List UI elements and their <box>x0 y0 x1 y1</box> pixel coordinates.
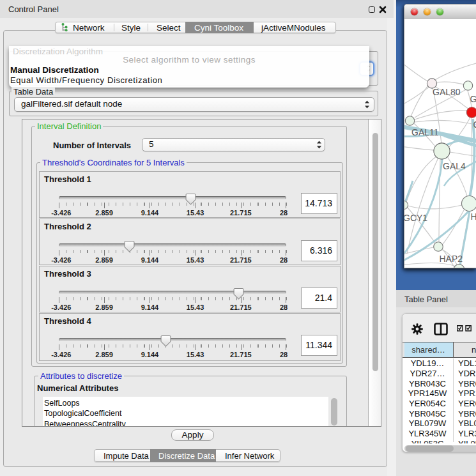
svg-text:GAL4: GAL4 <box>443 161 466 171</box>
svg-text:GAL80: GAL80 <box>433 87 461 97</box>
svg-text:GCY1: GCY1 <box>404 213 427 223</box>
svg-text:HAP2: HAP2 <box>440 254 463 264</box>
svg-text:GA: GA <box>470 94 476 104</box>
svg-text:C: C <box>473 119 476 130</box>
svg-text:H: H <box>471 211 476 222</box>
svg-text:GAL11: GAL11 <box>411 127 439 137</box>
